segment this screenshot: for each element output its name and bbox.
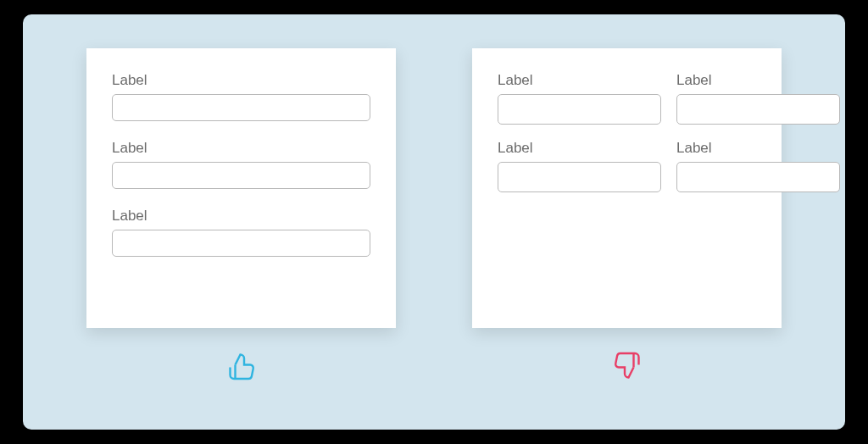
field-label: Label bbox=[676, 140, 840, 157]
rating-icon-wrap bbox=[612, 345, 643, 387]
field-label: Label bbox=[112, 140, 370, 157]
bad-example: Label Label Label Label bbox=[472, 48, 782, 387]
field-label: Label bbox=[498, 140, 661, 157]
text-input[interactable] bbox=[112, 230, 370, 257]
text-input[interactable] bbox=[676, 162, 840, 192]
multi-column-form-card: Label Label Label Label bbox=[472, 48, 782, 328]
text-input[interactable] bbox=[498, 162, 661, 192]
text-input[interactable] bbox=[112, 94, 370, 121]
form-field-group: Label bbox=[676, 140, 840, 192]
field-label: Label bbox=[676, 72, 840, 89]
form-field-group: Label bbox=[498, 72, 661, 125]
form-field-group: Label bbox=[676, 72, 840, 125]
text-input[interactable] bbox=[676, 94, 840, 125]
field-label: Label bbox=[498, 72, 661, 89]
good-example: Label Label Label bbox=[86, 48, 396, 387]
field-label: Label bbox=[112, 208, 370, 225]
single-column-form-card: Label Label Label bbox=[86, 48, 396, 328]
form-field-group: Label bbox=[112, 140, 370, 189]
form-field-group: Label bbox=[112, 72, 370, 121]
comparison-diagram: Label Label Label Label bbox=[23, 14, 845, 430]
text-input[interactable] bbox=[112, 162, 370, 189]
rating-icon-wrap bbox=[226, 345, 257, 387]
form-field-group: Label bbox=[498, 140, 661, 192]
thumbs-up-icon bbox=[226, 351, 257, 381]
form-field-group: Label bbox=[112, 208, 370, 257]
thumbs-down-icon bbox=[612, 351, 643, 381]
text-input[interactable] bbox=[498, 94, 661, 125]
field-label: Label bbox=[112, 72, 370, 89]
